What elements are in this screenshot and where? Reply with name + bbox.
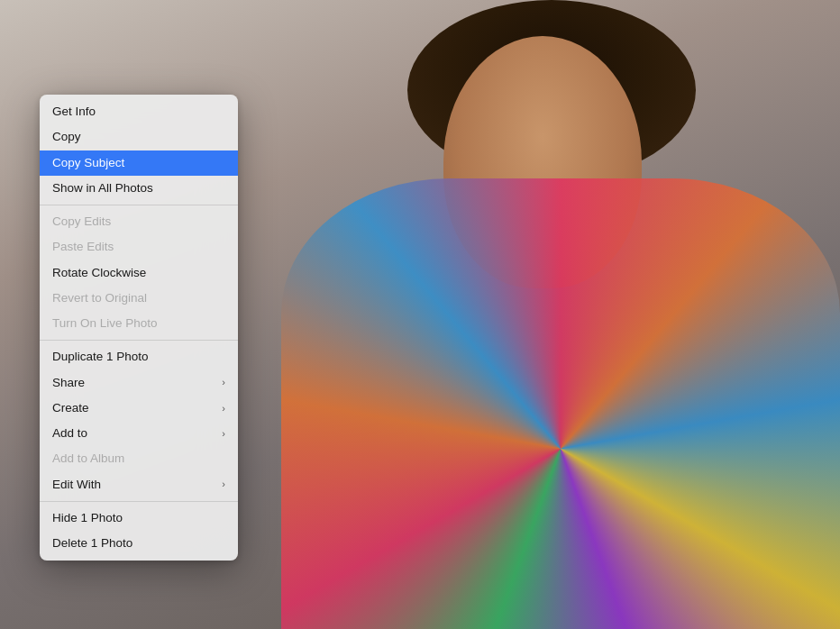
submenu-chevron-icon: › [222,375,225,390]
menu-item-revert-to-original: Revert to Original [40,286,238,311]
menu-item-label-delete-1-photo: Delete 1 Photo [52,534,225,552]
menu-item-add-to[interactable]: Add to› [40,421,238,446]
menu-item-label-turn-on-live-photo: Turn On Live Photo [52,314,225,333]
menu-item-add-to-album: Add to Album [40,446,238,471]
menu-item-label-create: Create [52,399,222,417]
menu-item-label-duplicate-1-photo: Duplicate 1 Photo [52,348,225,366]
submenu-chevron-icon: › [222,426,225,442]
menu-item-paste-edits: Paste Edits [40,234,238,260]
menu-item-copy-edits: Copy Edits [40,209,238,234]
menu-item-label-revert-to-original: Revert to Original [52,289,225,307]
menu-item-hide-1-photo[interactable]: Hide 1 Photo [40,506,238,531]
submenu-chevron-icon: › [222,477,225,492]
menu-separator [40,340,238,341]
menu-item-label-copy: Copy [52,128,225,146]
context-menu: Get InfoCopyCopy SubjectShow in All Phot… [40,95,238,561]
menu-separator [40,205,238,205]
menu-separator [40,501,238,502]
menu-item-label-show-in-all-photos: Show in All Photos [52,179,225,197]
menu-item-show-in-all-photos[interactable]: Show in All Photos [40,176,238,201]
menu-item-label-copy-edits: Copy Edits [52,213,225,231]
menu-item-label-rotate-clockwise: Rotate Clockwise [52,264,225,282]
menu-item-label-get-info: Get Info [52,103,225,121]
menu-item-label-hide-1-photo: Hide 1 Photo [52,509,225,527]
menu-item-rotate-clockwise[interactable]: Rotate Clockwise [40,260,238,286]
menu-item-copy[interactable]: Copy [40,124,238,150]
menu-item-get-info[interactable]: Get Info [40,99,238,124]
jacket-shape [281,178,840,629]
menu-item-label-edit-with: Edit With [52,476,222,494]
menu-item-turn-on-live-photo: Turn On Live Photo [40,311,238,336]
menu-item-label-share: Share [52,374,222,392]
menu-item-label-add-to-album: Add to Album [52,450,225,468]
menu-item-label-paste-edits: Paste Edits [52,238,225,256]
menu-item-delete-1-photo[interactable]: Delete 1 Photo [40,531,238,556]
menu-item-edit-with[interactable]: Edit With› [40,472,238,497]
menu-item-duplicate-1-photo[interactable]: Duplicate 1 Photo [40,344,238,369]
menu-item-label-copy-subject: Copy Subject [52,154,225,172]
menu-item-share[interactable]: Share› [40,370,238,396]
menu-item-copy-subject[interactable]: Copy Subject [40,150,238,176]
menu-item-label-add-to: Add to [52,424,222,442]
menu-item-create[interactable]: Create› [40,396,238,421]
submenu-chevron-icon: › [222,401,225,416]
